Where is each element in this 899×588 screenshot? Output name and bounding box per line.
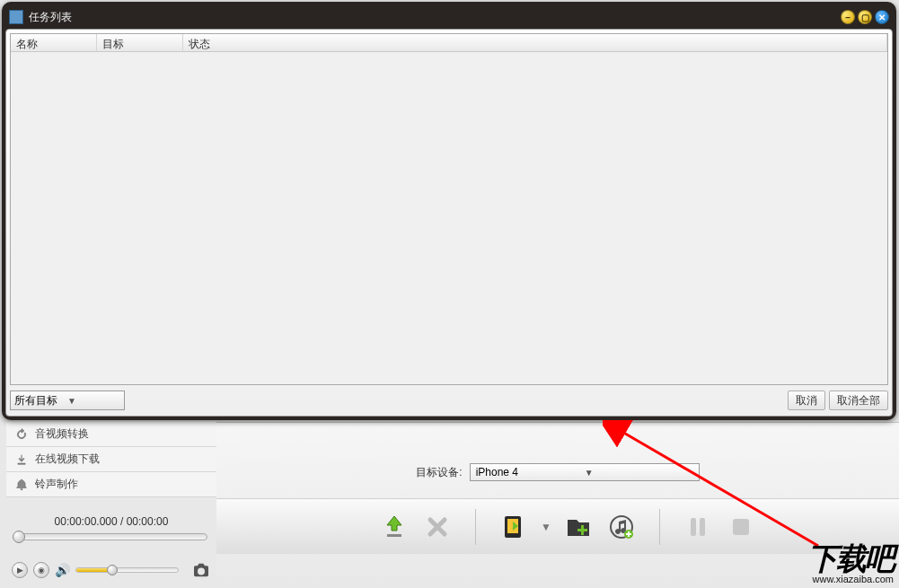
toolbar: ▼: [216, 498, 899, 554]
timeline-knob[interactable]: [13, 531, 25, 543]
stop-all-button[interactable]: [725, 511, 757, 543]
snapshot-button[interactable]: [191, 562, 211, 578]
time-current: 00:00:00.000: [55, 515, 118, 528]
sidebar: 音视频转换 在线视频下载 铃声制作: [6, 422, 216, 497]
minimize-button[interactable]: –: [841, 10, 855, 24]
send-to-device-button[interactable]: [498, 511, 530, 543]
sidebar-item-ringtone[interactable]: 铃声制作: [6, 472, 216, 497]
chevron-down-icon: ▼: [67, 396, 120, 406]
sidebar-item-online-download[interactable]: 在线视频下载: [6, 447, 216, 472]
timeline-track[interactable]: [15, 533, 207, 540]
sidebar-item-label: 在线视频下载: [35, 452, 100, 467]
svg-rect-6: [700, 518, 705, 536]
chevron-down-icon: ▼: [585, 468, 693, 478]
volume-icon[interactable]: 🔊: [55, 563, 70, 577]
bell-icon: [15, 478, 28, 491]
cancel-button[interactable]: [421, 511, 454, 543]
time-sep: /: [118, 515, 127, 528]
cancel-task-button[interactable]: 取消: [788, 391, 825, 410]
svg-rect-7: [733, 519, 749, 535]
download-start-button[interactable]: [378, 511, 410, 543]
target-filter-label: 所有目标: [14, 393, 67, 408]
svg-rect-5: [691, 518, 696, 536]
list-header: 名称 目标 状态: [11, 34, 887, 52]
separator: [659, 509, 660, 545]
content-panel: 目标设备: iPhone 4 ▼ ▼: [216, 422, 899, 588]
device-selected: iPhone 4: [476, 466, 585, 478]
add-folder-button[interactable]: [562, 511, 595, 543]
download-icon: [15, 453, 28, 466]
device-row: 目标设备: iPhone 4 ▼: [216, 459, 899, 486]
task-list: 名称 目标 状态: [10, 33, 888, 385]
volume-slider[interactable]: [75, 567, 179, 573]
cancel-all-button[interactable]: 取消全部: [829, 391, 888, 410]
sidebar-item-label: 铃声制作: [35, 477, 78, 492]
dialog-title: 任务列表: [29, 10, 841, 25]
sidebar-item-av-convert[interactable]: 音视频转换: [6, 422, 216, 447]
player-controls: ▶ ◉ 🔊: [6, 557, 216, 584]
device-select[interactable]: iPhone 4 ▼: [470, 463, 700, 481]
device-label: 目标设备:: [416, 465, 462, 480]
target-filter-select[interactable]: 所有目标 ▼: [10, 391, 125, 410]
maximize-button[interactable]: ▢: [858, 10, 872, 24]
task-list-dialog: 任务列表 – ▢ ✕ 名称 目标 状态 所有目标 ▼ 取消 取消全部: [2, 2, 896, 420]
refresh-icon: [15, 428, 28, 441]
sidebar-item-label: 音视频转换: [35, 426, 89, 442]
list-content[interactable]: [11, 52, 887, 384]
pause-button[interactable]: [682, 511, 714, 543]
stop-button[interactable]: ◉: [33, 562, 49, 578]
volume-knob[interactable]: [107, 565, 118, 575]
timeline: 00:00:00.000 / 00:00:00: [6, 503, 216, 540]
volume-fill: [76, 568, 107, 572]
time-total: 00:00:00: [127, 515, 169, 528]
dropdown-arrow-icon[interactable]: ▼: [541, 521, 551, 533]
col-name[interactable]: 名称: [11, 34, 97, 51]
close-button[interactable]: ✕: [875, 10, 889, 24]
col-target[interactable]: 目标: [97, 34, 183, 51]
separator: [475, 509, 476, 545]
add-to-itunes-button[interactable]: [605, 511, 638, 543]
svg-rect-0: [387, 534, 401, 537]
play-button[interactable]: ▶: [12, 562, 28, 578]
time-display: 00:00:00.000 / 00:00:00: [6, 503, 216, 533]
app-icon: [9, 10, 23, 24]
dialog-titlebar[interactable]: 任务列表 – ▢ ✕: [5, 5, 893, 29]
dialog-footer: 所有目标 ▼ 取消 取消全部: [10, 385, 888, 412]
dialog-body: 名称 目标 状态 所有目标 ▼ 取消 取消全部: [5, 29, 893, 417]
col-status[interactable]: 状态: [183, 34, 887, 51]
